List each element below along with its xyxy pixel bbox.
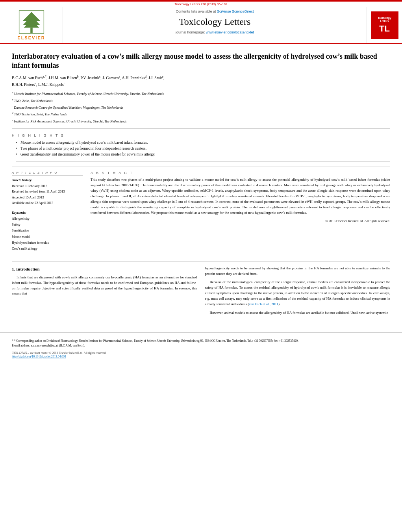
received-revised-date: Received in revised form 11 April 2013 [12, 189, 83, 194]
elsevier-logo: ELSEVIER [17, 10, 45, 40]
journal-title-area: Contents lists available at SciVerse Sci… [63, 7, 367, 43]
keyword-4: Mouse model [12, 234, 83, 240]
keywords-list: Keywords: Allergenicity Safety Sensitiza… [12, 210, 83, 252]
journal-header: ELSEVIER Contents lists available at Sci… [0, 7, 402, 44]
affiliation-c: c Danone Research Centre for Specialised… [12, 104, 390, 110]
article-info-label: A R T I C L E I N F O [12, 171, 83, 176]
affiliation-e: e Institute for Risk Assessment Sciences… [12, 118, 390, 124]
sciverse-link[interactable]: SciVerse ScienceDirect [217, 9, 254, 13]
info-abstract-section: A R T I C L E I N F O Article history: R… [12, 167, 390, 256]
journal-logo-area: ToxicologyLetters TL [367, 7, 402, 43]
page: Toxicology Letters 220 (2013) 95–102 ELS… [0, 0, 402, 532]
copyright: © 2013 Elsevier Ireland Ltd. All rights … [91, 219, 390, 223]
footer: * * Corresponding author at: Division of… [0, 332, 402, 358]
ref-van-esch[interactable]: van Esch et al., 2011 [249, 302, 278, 306]
article-history: Article history: Received 1 February 201… [12, 177, 83, 206]
homepage-link[interactable]: www.elsevier.com/locate/toxlet [206, 30, 254, 34]
article-number-bar: Toxicology Letters 220 (2013) 95–102 [0, 2, 402, 7]
highlights-label: H I G H L I G H T S [12, 133, 390, 137]
keywords-section: Keywords: Allergenicity Safety Sensitiza… [12, 210, 83, 252]
available-date: Available online 22 April 2013 [12, 200, 83, 206]
highlight-1: Mouse model to assess allergenicity of h… [16, 140, 390, 146]
body-para-1: Infants that are diagnosed with cow's mi… [12, 275, 197, 297]
elsevier-tree-icon [18, 10, 45, 34]
elsevier-logo-area: ELSEVIER [0, 7, 63, 43]
body-para-4: However, animal models to assess the all… [205, 310, 391, 316]
keyword-1: Allergenicity [12, 216, 83, 222]
affiliations: a Utrecht Institute for Pharmaceutical S… [12, 90, 390, 128]
highlights-list: Mouse model to assess allergenicity of h… [16, 140, 390, 162]
body-para-2: hypoallergenicity needs to be assessed b… [205, 266, 391, 277]
body-col-2: hypoallergenicity needs to be assessed b… [205, 266, 391, 319]
abstract-col: A B S T R A C T This study describes two… [91, 171, 390, 256]
body-para-3: Because of the immunological complexity … [205, 280, 391, 307]
highlight-2: Two phases of a multicenter project perf… [16, 146, 390, 152]
keyword-6: Cow’s milk allergy [12, 246, 83, 252]
doi-link[interactable]: http://dx.doi.org/10.1016/j.toxlet.2013.… [12, 355, 66, 358]
elsevier-wordmark: ELSEVIER [17, 35, 45, 40]
svg-rect-0 [30, 28, 33, 33]
highlight-3: Good transferability and discriminatory … [16, 152, 390, 158]
main-content: Interlaboratory evaluation of a cow’s mi… [0, 44, 402, 324]
issn-line: 0378-4274/$ – see front matter © 2013 El… [12, 351, 390, 355]
history-title: Article history: [12, 177, 83, 183]
body-section: 1. Introduction Infants that are diagnos… [12, 261, 390, 319]
footnote-star-icon: * [12, 339, 13, 343]
article-info: A R T I C L E I N F O Article history: R… [12, 171, 83, 206]
affiliation-a: a Utrecht Institute for Pharmaceutical S… [12, 90, 390, 96]
journal-title: Toxicology Letters [179, 17, 251, 27]
abstract-text: This study describes two phases of a mul… [91, 177, 390, 216]
authors: B.C.A.M. van Escha,*, J.H.M. van Bilsenb… [12, 74, 390, 88]
journal-logo-title: ToxicologyLetters [378, 17, 391, 23]
journal-logo: ToxicologyLetters TL [371, 11, 398, 39]
footer-bottom: 0378-4274/$ – see front matter © 2013 El… [12, 351, 390, 358]
keywords-title: Keywords: [12, 210, 83, 216]
article-number: Toxicology Letters 220 (2013) 95–102 [175, 2, 228, 6]
journal-homepage: journal homepage: www.elsevier.com/locat… [176, 30, 254, 34]
received-date: Received 1 February 2013 [12, 183, 83, 189]
keyword-5: Hydrolysed infant formulas [12, 240, 83, 246]
keyword-2: Safety [12, 222, 83, 228]
body-two-col: 1. Introduction Infants that are diagnos… [12, 266, 390, 319]
footnote: * * Corresponding author at: Division of… [12, 339, 390, 348]
article-info-col: A R T I C L E I N F O Article history: R… [12, 171, 83, 256]
accepted-date: Accepted 15 April 2013 [12, 195, 83, 200]
section-1-heading: 1. Introduction [12, 266, 197, 272]
affiliation-d: d TNO Triskelion, Zeist, The Netherlands [12, 111, 390, 117]
affiliation-b: b TNO, Zeist, The Netherlands [12, 97, 390, 104]
body-col-1: 1. Introduction Infants that are diagnos… [12, 266, 197, 319]
sciverse-line: Contents lists available at SciVerse Sci… [176, 9, 254, 13]
abstract-label: A B S T R A C T [91, 171, 390, 175]
footnote-text: * Corresponding author at: Division of P… [14, 339, 298, 343]
article-title: Interlaboratory evaluation of a cow’s mi… [12, 52, 390, 70]
keyword-3: Sensitization [12, 228, 83, 234]
journal-logo-abbr: TL [379, 24, 390, 34]
footnote-email: E-mail address: e.c.a.m.vanesch@uu.nl (B… [12, 344, 85, 347]
